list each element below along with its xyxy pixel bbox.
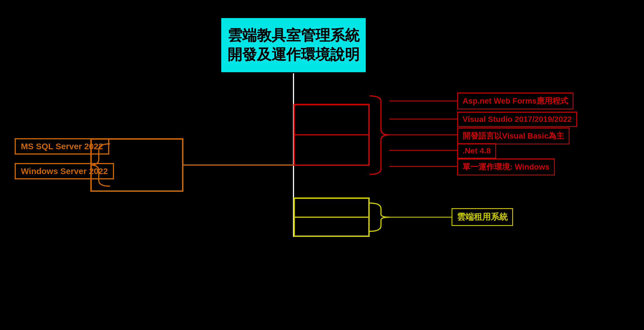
red-label-vb: 開發語言以Visual Basic為主 <box>457 127 569 144</box>
orange-label-windows-server-text: Windows Server 2022 <box>21 166 108 176</box>
red-label-windows-only: 單一運作環境: Windows <box>457 159 555 175</box>
diagram-container: 雲端教具室管理系統 開發及運作環境說明 MS SQL Server 2022 W… <box>0 0 644 330</box>
red-center-box <box>293 104 370 166</box>
root-title: 雲端教具室管理系統 開發及運作環境說明 <box>227 26 360 64</box>
orange-label-ms-sql-text: MS SQL Server 2022 <box>21 142 103 151</box>
yellow-center-box <box>293 197 370 237</box>
red-label-windows-only-text: 單一運作環境: Windows <box>463 162 549 171</box>
orange-label-windows-server: Windows Server 2022 <box>15 163 114 179</box>
orange-label-ms-sql: MS SQL Server 2022 <box>15 138 109 155</box>
red-label-vb-text: 開發語言以Visual Basic為主 <box>463 131 564 140</box>
red-label-vs: Visual Studio 2017/2019/2022 <box>457 112 577 127</box>
red-label-dotnet-text: .Net 4.8 <box>463 146 491 155</box>
red-label-aspnet: Asp.net Web Forms應用程式 <box>457 93 573 109</box>
red-label-vs-text: Visual Studio 2017/2019/2022 <box>463 115 572 124</box>
yellow-label-cloud-text: 雲端租用系統 <box>457 212 508 221</box>
root-node: 雲端教具室管理系統 開發及運作環境說明 <box>220 17 367 73</box>
red-label-aspnet-text: Asp.net Web Forms應用程式 <box>463 96 568 105</box>
yellow-label-cloud: 雲端租用系統 <box>452 208 513 226</box>
red-label-dotnet: .Net 4.8 <box>457 143 496 159</box>
